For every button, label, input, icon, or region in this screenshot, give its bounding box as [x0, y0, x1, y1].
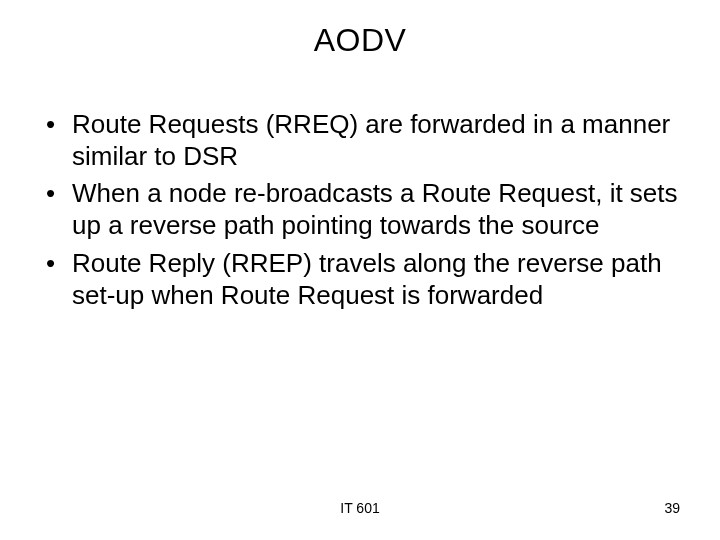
- list-item: Route Reply (RREP) travels along the rev…: [40, 248, 680, 311]
- slide: AODV Route Requests (RREQ) are forwarded…: [0, 0, 720, 540]
- bullet-list: Route Requests (RREQ) are forwarded in a…: [40, 109, 680, 311]
- list-item: Route Requests (RREQ) are forwarded in a…: [40, 109, 680, 172]
- footer-page-number: 39: [664, 500, 680, 516]
- list-item: When a node re-broadcasts a Route Reques…: [40, 178, 680, 241]
- slide-title: AODV: [40, 22, 680, 59]
- footer-course: IT 601: [0, 500, 720, 516]
